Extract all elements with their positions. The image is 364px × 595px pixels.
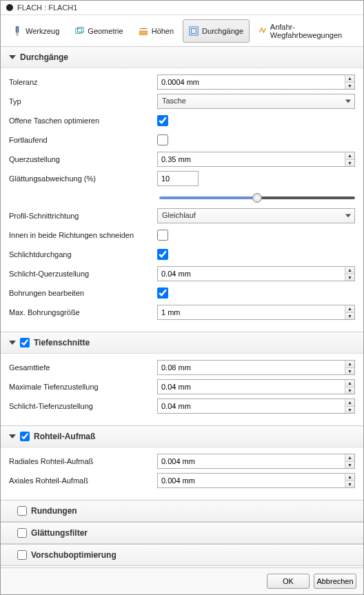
tab-hoehen[interactable]: Höhen	[132, 19, 180, 43]
cancel-button[interactable]: Abbrechen	[314, 574, 356, 589]
tab-label: Geometrie	[88, 27, 123, 35]
tiefenschnitte-enable-checkbox[interactable]	[20, 338, 30, 347]
rohteil-enable-checkbox[interactable]	[20, 432, 30, 441]
app-icon	[6, 4, 13, 11]
axial-label: Axiales Rohteil-Aufmaß	[9, 476, 157, 485]
linking-icon	[259, 26, 267, 36]
chevron-down-icon	[345, 214, 351, 218]
tab-durchgaenge[interactable]: Durchgänge	[183, 19, 250, 43]
toleranz-label: Toleranz	[9, 78, 157, 86]
tab-label: Durchgänge	[202, 27, 243, 35]
window-title: FLACH : FLACH1	[17, 3, 77, 12]
profil-value: Gleichlauf	[157, 208, 355, 223]
spinner[interactable]: ▲▼	[345, 305, 354, 319]
chevron-down-icon	[345, 100, 351, 103]
tab-werkzeug[interactable]: Werkzeug	[6, 19, 65, 43]
axial-input[interactable]	[157, 473, 355, 488]
gesamt-input[interactable]	[157, 360, 355, 375]
bohr-checkbox[interactable]	[157, 288, 168, 299]
fortlaufend-checkbox[interactable]	[157, 134, 168, 145]
radial-label: Radiales Rohteil-Aufmaß	[9, 457, 157, 465]
section-header-tiefenschnitte[interactable]: Tiefenschnitte	[1, 332, 363, 354]
section-header-rohteil[interactable]: Rohteil-Aufmaß	[1, 426, 363, 447]
schlichtt-label: Schlicht-Tiefenzustellung	[9, 402, 157, 410]
section-header-rundungen[interactable]: Rundungen	[1, 501, 363, 522]
section-title: Durchgänge	[20, 52, 68, 62]
spinner[interactable]: ▲▼	[345, 380, 354, 394]
fortlaufend-label: Fortlaufend	[9, 136, 157, 144]
section-header-durchgaenge[interactable]: Durchgänge	[1, 47, 363, 68]
svg-rect-4	[139, 31, 147, 34]
spinner[interactable]: ▲▼	[345, 361, 354, 374]
tool-icon	[12, 26, 22, 36]
profil-label: Profil-Schnittrichtung	[9, 212, 157, 220]
section-title: Glättungsfilter	[31, 528, 88, 538]
section-durchgaenge: Durchgänge Toleranz ▲▼ Typ Tasche	[1, 47, 363, 332]
offene-checkbox[interactable]	[157, 115, 168, 126]
tab-anfahr[interactable]: Anfahr-Wegfahrbewegungen	[252, 19, 358, 43]
chevron-down-icon	[9, 434, 16, 438]
vorschub-enable-checkbox[interactable]	[17, 550, 27, 560]
section-title: Rundungen	[31, 506, 77, 516]
typ-value: Tasche	[157, 94, 355, 109]
tab-geometrie[interactable]: Geometrie	[68, 19, 129, 43]
spinner[interactable]: ▲▼	[345, 474, 354, 487]
spinner[interactable]: ▲▼	[345, 454, 354, 468]
querzust-input[interactable]	[157, 152, 355, 167]
glatt-input[interactable]	[157, 171, 199, 186]
geometry-icon	[74, 26, 84, 36]
maxbohr-label: Max. Bohrungsgröße	[9, 308, 157, 316]
spinner[interactable]: ▲▼	[345, 152, 354, 166]
footer: OK Abbrechen	[1, 567, 363, 594]
maxtief-input[interactable]	[157, 379, 355, 394]
passes-icon	[189, 26, 199, 36]
section-header-vorschub[interactable]: Vorschuboptimierung	[1, 545, 363, 566]
tab-label: Werkzeug	[26, 27, 59, 35]
glatt-label: Glättungsabweichung (%)	[9, 174, 157, 183]
radial-input[interactable]	[157, 454, 355, 469]
querzust-label: Querzustellung	[9, 155, 157, 163]
svg-rect-7	[192, 29, 196, 34]
schlichtq-label: Schlicht-Querzustellung	[9, 270, 157, 278]
section-title: Vorschuboptimierung	[31, 550, 117, 560]
content-area: Durchgänge Toleranz ▲▼ Typ Tasche	[1, 47, 363, 567]
offene-label: Offene Taschen optimieren	[9, 117, 157, 125]
maxtief-label: Maximale Tiefenzustellung	[9, 383, 157, 391]
schlicht-checkbox[interactable]	[157, 249, 168, 260]
chevron-down-icon	[9, 55, 16, 59]
profil-select[interactable]: Gleichlauf	[157, 208, 355, 223]
svg-rect-2	[76, 29, 82, 34]
section-vorschub: Vorschuboptimierung	[1, 544, 363, 566]
section-header-glattfilter[interactable]: Glättungsfilter	[1, 523, 363, 544]
gesamt-label: Gesamttiefe	[9, 363, 157, 372]
section-rundungen: Rundungen	[1, 500, 363, 522]
svg-rect-6	[190, 27, 198, 35]
tab-bar: Werkzeug Geometrie Höhen Durchgänge Anfa…	[1, 15, 363, 47]
section-tiefenschnitte: Tiefenschnitte Gesamttiefe ▲▼ Maximale T…	[1, 332, 363, 425]
svg-rect-0	[16, 27, 19, 32]
typ-label: Typ	[9, 97, 157, 105]
schlichtq-input[interactable]	[157, 266, 355, 281]
toleranz-input[interactable]	[157, 74, 355, 90]
section-title: Tiefenschnitte	[34, 338, 90, 347]
typ-select[interactable]: Tasche	[157, 94, 355, 109]
maxbohr-input[interactable]	[157, 305, 355, 320]
glatt-slider[interactable]	[159, 196, 355, 199]
section-title: Rohteil-Aufmaß	[34, 432, 95, 441]
spinner[interactable]: ▲▼	[345, 399, 354, 413]
svg-rect-1	[17, 32, 18, 35]
spinner[interactable]: ▲▼	[345, 75, 354, 89]
schlicht-label: Schlichtdurchgang	[9, 250, 157, 259]
glattfilter-enable-checkbox[interactable]	[17, 528, 27, 538]
ok-button[interactable]: OK	[267, 574, 310, 589]
spinner[interactable]: ▲▼	[345, 267, 354, 281]
section-rohteil: Rohteil-Aufmaß Radiales Rohteil-Aufmaß ▲…	[1, 425, 363, 500]
rundungen-enable-checkbox[interactable]	[17, 506, 27, 516]
tab-label: Anfahr-Wegfahrbewegungen	[270, 23, 352, 39]
heights-icon	[139, 26, 148, 36]
section-glattfilter: Glättungsfilter	[1, 522, 363, 544]
chevron-down-icon	[9, 341, 16, 345]
innen-checkbox[interactable]	[157, 230, 168, 241]
titlebar: FLACH : FLACH1	[1, 1, 363, 15]
schlichtt-input[interactable]	[157, 399, 355, 414]
